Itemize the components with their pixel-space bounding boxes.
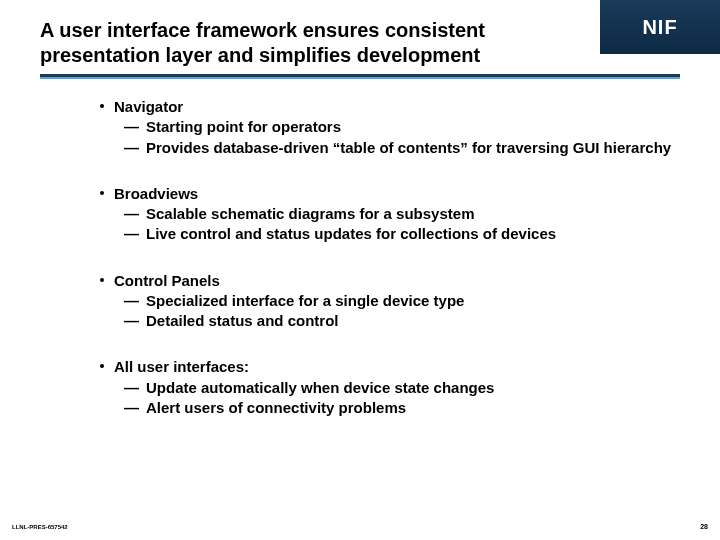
subbullet-text: Alert users of connectivity problems [146,399,406,416]
bullet-label: All user interfaces: [114,358,249,375]
subbullet-text: Provides database-driven “table of conte… [146,139,671,156]
subbullet-text: Live control and status updates for coll… [146,225,556,242]
bullet-label: Navigator [114,98,183,115]
bullet-label: Control Panels [114,272,220,289]
subbullet-text: Specialized interface for a single devic… [146,292,464,309]
subbullet-text: Detailed status and control [146,312,339,329]
bullet-all-ui: All user interfaces: —Update automatical… [100,357,680,418]
nif-logo-text: NIF [642,16,677,39]
bullet-navigator: Navigator —Starting point for operators … [100,97,680,158]
subbullet-text: Starting point for operators [146,118,341,135]
subbullet-text: Update automatically when device state c… [146,379,494,396]
footer-doc-id: LLNL-PRES-657542 [12,524,68,530]
title-underline [40,74,680,79]
footer-page-number: 28 [700,523,708,530]
slide: A user interface framework ensures consi… [0,0,720,540]
bullet-broadviews: Broadviews —Scalable schematic diagrams … [100,184,680,245]
bullet-label: Broadviews [114,185,198,202]
slide-header: A user interface framework ensures consi… [0,0,720,79]
nif-logo: NIF [600,0,720,54]
bullet-control-panels: Control Panels —Specialized interface fo… [100,271,680,332]
subbullet-text: Scalable schematic diagrams for a subsys… [146,205,474,222]
slide-body: Navigator —Starting point for operators … [0,79,720,418]
slide-title: A user interface framework ensures consi… [40,18,540,68]
